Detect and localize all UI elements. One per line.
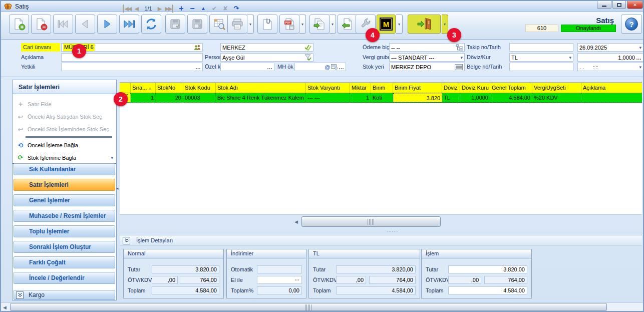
tutar-field[interactable]: 3.820,00 [152,265,219,273]
new-record-button[interactable] [9,15,29,34]
sidebar-section-farkli-cogalt[interactable]: Farklı Çoğalt [14,256,115,268]
hscroll-left-arrow[interactable]: ◀ [294,218,298,226]
sidebar-section-genel-islemler[interactable]: Genel İşlemler [14,194,115,206]
personel-field[interactable]: Ayşe Gül [220,53,313,62]
column-header-birim[interactable]: Birim [371,83,393,93]
nav-last-button[interactable]: ▶▶ [164,5,173,13]
toplam-field[interactable]: 4.584,00 [152,286,219,294]
row-selector-header[interactable] [120,83,131,93]
takip-no-field[interactable] [509,43,573,52]
preview-button[interactable] [209,15,229,34]
ellipsis-icon[interactable]: … [294,276,299,281]
kdv-field[interactable]: 764,00 [180,276,219,284]
mh-ok-field[interactable]: @ … [294,63,346,71]
sidebar-section-satir-islemleri[interactable]: Satır İşlemleri [14,179,115,191]
cell-stok-kodu[interactable]: 00003 [183,93,216,102]
column-header-sira[interactable]: Sıra...▲ [131,83,156,93]
bottom-scroll-left-arrow[interactable]: ◀ [3,303,7,311]
sidebar-item-satir-ekle[interactable]: + Satır Ekle [13,98,116,110]
export-pdf-dropdown[interactable]: ▾ [299,15,306,34]
ellipsis-icon[interactable]: … [267,65,272,70]
chevron-down-icon[interactable]: ▾ [111,155,113,160]
cell-miktar[interactable]: 1 [350,93,371,102]
tutar-field[interactable]: 3.820,00 [336,265,416,273]
cell-stok-varyanti[interactable]: --- --- [306,93,350,102]
column-header-doviz[interactable]: Döviz [442,83,460,93]
cell-doviz[interactable]: TL [442,93,460,102]
sidebar-section-sik-kullanilanlar[interactable]: Sık Kullanılanlar [14,163,115,175]
nav-add-row-button[interactable]: + [177,5,185,13]
cell-birim[interactable]: Koli [371,93,393,102]
sidebar-bottom-bar-kargo[interactable]: Kargo [14,290,115,300]
minimize-button[interactable] [597,1,611,9]
sidebar-splitter[interactable]: ◂ [116,184,119,192]
save-cancel-button[interactable] [187,15,207,34]
at-icon[interactable]: @ [325,64,330,70]
toplam-field[interactable]: 4.584,00 [448,286,527,294]
chevron-down-icon[interactable]: ▾ [639,65,641,70]
sidebar-item-onceki-alis[interactable]: ↩ Önceki Alış Satışdan Stok Seç [13,111,116,123]
column-header-stokno[interactable]: StokNo [156,83,183,93]
toplam-yuzde-field[interactable]: 0,00 [257,286,302,294]
report-icon[interactable] [331,64,338,70]
kdv-field[interactable]: 764,00 [369,276,416,284]
chevron-down-icon[interactable]: ▾ [569,55,571,60]
print-button[interactable] [227,15,247,34]
print-dropdown[interactable]: ▾ [247,15,254,34]
exit-button[interactable] [408,15,441,34]
kur-field[interactable]: 1,0000… [577,53,643,62]
maximize-button[interactable] [612,1,626,9]
column-header-stok-adi[interactable]: Stok Adı [216,83,306,93]
nav-next-button[interactable]: ▶ [156,5,162,13]
export-pdf-button[interactable]: PDF [279,15,299,34]
column-header-vergi[interactable]: VergiUygSeti [532,83,581,93]
takip-tarih-field[interactable]: 26.09.2025▾ [577,43,643,52]
nokta-field[interactable]: MERKEZ [220,43,313,52]
help-button[interactable]: ? [621,15,642,34]
otv-field[interactable]: ,00 [336,276,366,284]
ellipsis-icon[interactable]: … [636,55,641,60]
otomatik-field[interactable] [257,265,302,273]
column-header-genel-toplam[interactable]: Genel Toplam [490,83,532,93]
toplam-field[interactable]: 4.584,00 [336,286,416,294]
doviz-field[interactable]: TL▾ [509,53,573,62]
sidebar-section-incele[interactable]: İncele / Değerlendir [14,272,115,284]
tutar-field[interactable]: 3.820,00 [448,265,527,273]
column-header-miktar[interactable]: Miktar [350,83,371,93]
chevron-double-down-icon[interactable] [16,291,24,299]
copy-transfer-dropdown[interactable]: ▾ [330,15,336,34]
column-header-doviz-kuru[interactable]: Döviz Kuru [460,83,490,93]
module-m-button[interactable]: M [377,15,396,34]
sidebar-section-muhasebe[interactable]: Muhasebe / Resmi İşlemler [14,210,115,222]
refresh-button[interactable] [141,15,161,34]
ozel-kod-field[interactable]: … [220,63,274,71]
nav-refresh-button[interactable]: ↷ [232,5,240,13]
otv-field[interactable]: ,00 [448,276,481,284]
nav-edit-button[interactable]: ▲ [199,5,207,13]
return-document-button[interactable] [338,15,358,34]
attachment-button[interactable] [257,15,277,34]
belge-tarih-field[interactable]: . . : :▾ [577,63,643,71]
nav-post-button[interactable]: ✔ [210,5,218,13]
details-header[interactable]: İşlem Detayları [120,235,642,246]
column-header-birim-fiyat[interactable]: Birim Fiyat [393,83,442,93]
nav-prev-button[interactable]: ◀ [133,5,139,13]
bottom-scrollbar-thumb[interactable] [10,303,607,311]
el-ile-field[interactable]: … [257,276,302,284]
ellipsis-icon[interactable]: … [195,65,201,70]
sidebar-item-onceki-isleme-bagla[interactable]: ⟲ Önceki İşleme Bağla [13,139,116,151]
cell-stokno[interactable]: 20 [156,93,183,102]
chevron-double-down-icon[interactable] [123,237,130,244]
cell-sira[interactable]: 1 [131,93,156,102]
exit-dropdown[interactable]: ▾ [442,15,448,34]
chevron-down-icon[interactable]: ▾ [639,45,641,50]
grid-row-selected[interactable]: 1 20 00003 Bic Shine 4 Renk Tükenmez Kal… [120,93,642,103]
cell-aciklama[interactable] [581,93,642,102]
cell-doviz-kuru[interactable]: 1,0000 [460,93,490,102]
previous-record-button[interactable] [75,15,95,34]
next-record-button[interactable] [97,15,117,34]
nav-first-button[interactable]: ◀◀ [123,5,132,13]
chevron-down-icon[interactable]: ▾ [460,55,463,60]
column-header-stok-varyanti[interactable]: Stok Varyantı [306,83,350,93]
odeme-bicimi-field[interactable]: -- -- [389,43,465,52]
